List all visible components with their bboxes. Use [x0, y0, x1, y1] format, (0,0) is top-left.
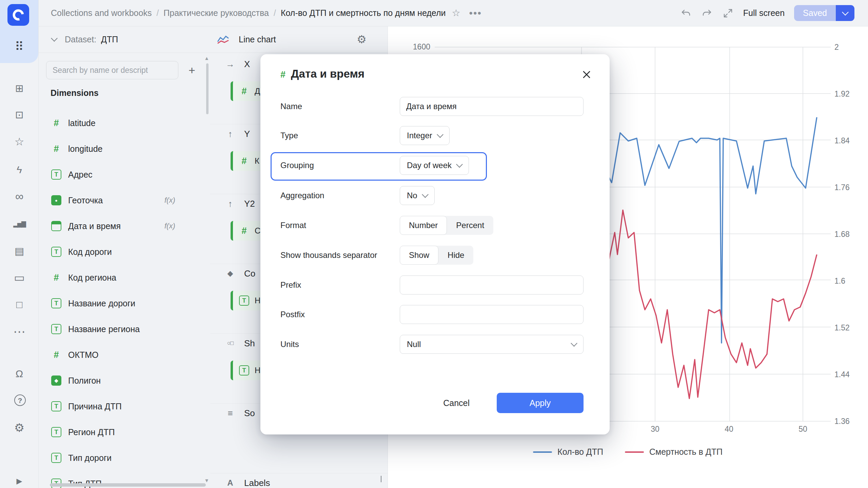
field-row[interactable]: Регион ДТП f(x) — [38, 419, 210, 445]
scrollbar-thumb[interactable] — [206, 63, 209, 114]
section-icon — [225, 340, 235, 347]
scroll-down-chevron[interactable] — [381, 476, 381, 482]
breadcrumb: / Collections and workbooks / Практическ… — [51, 8, 446, 18]
functions-icon[interactable] — [13, 164, 25, 176]
favorites-icon[interactable] — [13, 136, 25, 148]
section-label: Labels — [244, 478, 270, 488]
x-axis-tick: 30 — [645, 425, 665, 434]
dialog-title: Дата и время — [291, 67, 364, 80]
section-label: Sh — [244, 338, 255, 349]
connections-icon[interactable] — [13, 190, 25, 202]
field-name: Адрес — [68, 170, 93, 180]
segment-option[interactable]: Percent — [447, 216, 493, 235]
field-row[interactable]: Дата и время f(x) — [38, 213, 210, 239]
fullscreen-button[interactable]: Full screen — [743, 8, 785, 18]
more-actions-icon[interactable]: ••• — [469, 7, 482, 19]
field-row[interactable]: Название региона f(x) — [38, 316, 210, 342]
name-input[interactable] — [400, 97, 584, 116]
section-label: So — [244, 408, 255, 419]
formula-badge: f(x) — [164, 196, 175, 205]
segment-option[interactable]: Number — [400, 216, 447, 235]
scroll-up-arrow[interactable]: ▲ — [204, 55, 209, 61]
legend-item[interactable]: Кол-во ДТП — [533, 447, 603, 457]
field-type-icon — [51, 298, 61, 308]
redo-icon[interactable] — [701, 7, 713, 19]
field-name: longitude — [68, 144, 102, 154]
settings-icon[interactable] — [13, 422, 25, 434]
apply-button[interactable]: Apply — [497, 393, 584, 413]
chevron-down-icon — [51, 35, 58, 42]
help-icon[interactable] — [14, 394, 26, 406]
field-row[interactable]: Название дороги f(x) — [38, 290, 210, 316]
chart-type-label[interactable]: Line chart — [239, 35, 276, 44]
field-row[interactable]: Код дороги f(x) — [38, 239, 210, 265]
cancel-button[interactable]: Cancel — [432, 393, 481, 413]
chart-legend: Кол-во ДТП Смертность в ДТП — [388, 447, 868, 457]
chip-label: Н — [255, 296, 260, 305]
units-select[interactable]: Null — [400, 335, 584, 354]
field-type-icon — [51, 144, 61, 154]
type-select[interactable]: Integer — [400, 126, 450, 145]
field-row[interactable]: longitude f(x) — [38, 136, 210, 162]
storage-icon[interactable] — [13, 299, 25, 311]
apps-grid-icon[interactable] — [13, 41, 25, 53]
widgets-icon[interactable] — [13, 82, 25, 95]
field-row[interactable]: Полигон f(x) — [38, 368, 210, 393]
undo-icon[interactable] — [680, 7, 692, 19]
section-icon — [225, 478, 235, 488]
aggregation-select[interactable]: No — [400, 186, 435, 205]
grouping-select[interactable]: Day of week — [400, 156, 469, 175]
expand-icon[interactable] — [722, 7, 734, 19]
notifications-icon[interactable] — [13, 368, 25, 380]
datasets-icon[interactable] — [13, 245, 25, 257]
charts-icon[interactable] — [13, 218, 25, 230]
field-row[interactable]: latitude f(x) — [38, 110, 210, 136]
field-row[interactable]: Адрес f(x) — [38, 162, 210, 187]
horizontal-scrollbar[interactable] — [50, 483, 206, 487]
breadcrumb-item[interactable]: Collections and workbooks — [51, 8, 152, 18]
monitor-icon[interactable] — [13, 271, 25, 284]
field-name: Причина ДТП — [68, 402, 122, 411]
topbar: / Collections and workbooks / Практическ… — [38, 0, 868, 26]
field-row[interactable]: Код региона f(x) — [38, 265, 210, 290]
more-icon[interactable] — [13, 326, 25, 338]
save-menu-button[interactable] — [836, 5, 854, 21]
save-button[interactable]: Saved — [794, 5, 836, 21]
field-row[interactable]: Геоточка f(x) — [38, 187, 210, 213]
field-type-icon — [239, 156, 249, 166]
breadcrumb-separator: / — [156, 8, 159, 18]
chevron-down-icon — [422, 191, 429, 198]
field-row[interactable]: ОКТМО f(x) — [38, 342, 210, 368]
search-input[interactable] — [46, 61, 178, 79]
field-row[interactable]: Тип дороги f(x) — [38, 445, 210, 471]
chip-label: С — [255, 226, 260, 236]
collections-icon[interactable] — [13, 109, 25, 121]
segment-option[interactable]: Show — [400, 246, 438, 265]
postfix-input[interactable] — [400, 305, 584, 324]
close-icon[interactable] — [580, 68, 593, 81]
prefix-input[interactable] — [400, 276, 584, 294]
x-axis-tick: 50 — [793, 425, 813, 434]
dataset-name[interactable]: ДТП — [101, 35, 118, 44]
postfix-label: Postfix — [280, 305, 305, 324]
gear-icon[interactable]: ⚙ — [357, 33, 367, 46]
scroll-down-arrow[interactable]: ▼ — [204, 477, 209, 483]
field-row[interactable]: Причина ДТП f(x) — [38, 393, 210, 419]
dataset-header[interactable]: Dataset: ДТП — [38, 26, 210, 53]
breadcrumb-item[interactable]: Практические руководства — [163, 8, 269, 18]
collapse-icon[interactable] — [13, 475, 25, 487]
y-axis-tick: 1.36 — [834, 416, 850, 426]
legend-label: Смертность в ДТП — [649, 447, 723, 457]
field-type-icon — [51, 118, 61, 128]
breadcrumb-item[interactable]: Кол-во ДТП и смертность по дням недели — [281, 8, 446, 18]
add-field-button[interactable]: + — [183, 61, 201, 79]
y-axis-tick: 1.44 — [834, 370, 850, 379]
segment-option[interactable]: Hide — [438, 246, 473, 265]
favorite-star-icon[interactable]: ☆ — [452, 7, 460, 19]
datalens-logo[interactable] — [7, 4, 29, 26]
field-type-icon — [51, 375, 61, 386]
field-type-icon — [239, 365, 249, 375]
legend-item[interactable]: Смертность в ДТП — [625, 447, 723, 457]
field-type-icon — [239, 226, 249, 236]
field-type-icon — [51, 247, 61, 257]
